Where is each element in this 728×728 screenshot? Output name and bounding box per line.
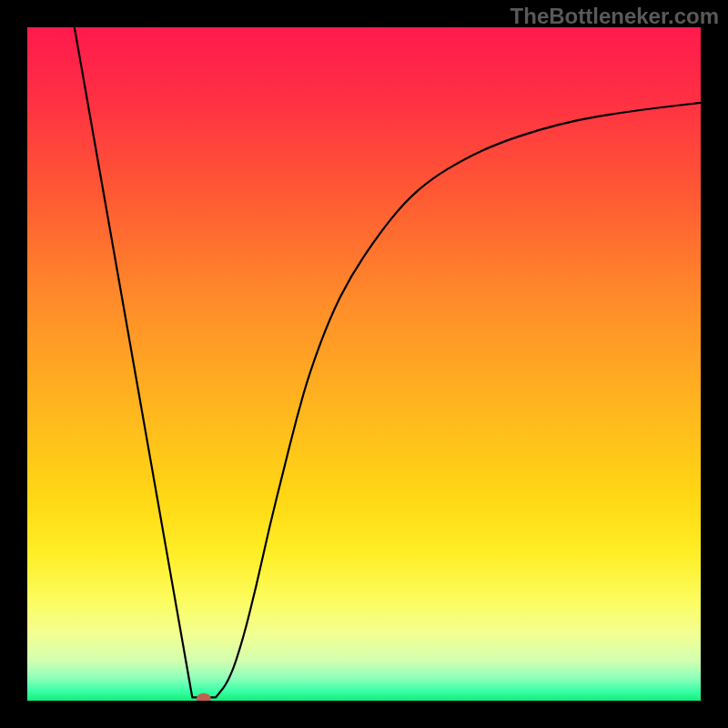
attribution-text: TheBottleneker.com [511,4,719,29]
marker-dot [197,693,211,701]
bottleneck-curve [75,27,701,697]
chart-frame: TheBottleneker.com [0,0,728,728]
line-layer [27,27,701,701]
plot-area [27,27,701,701]
